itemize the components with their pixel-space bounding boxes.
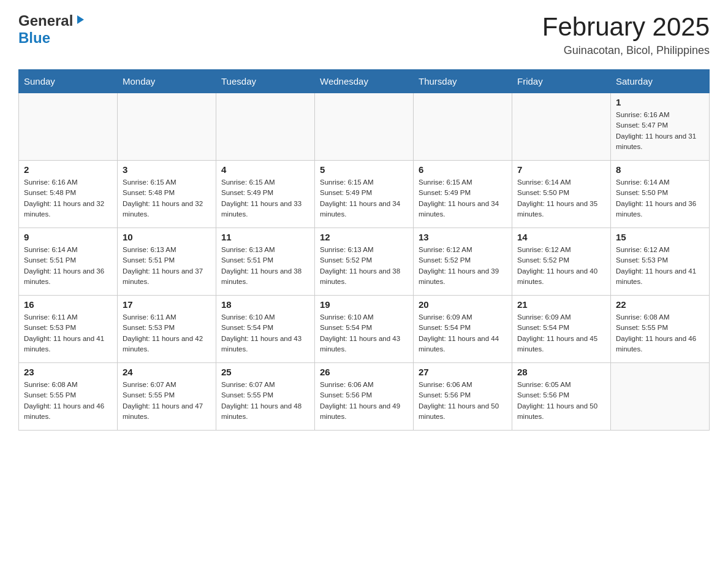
day-info: Sunrise: 6:06 AMSunset: 5:56 PMDaylight:… — [320, 380, 408, 422]
day-number: 8 — [616, 164, 704, 175]
day-number: 24 — [123, 367, 211, 377]
svg-marker-0 — [77, 15, 84, 24]
day-of-week-header: Wednesday — [315, 70, 414, 93]
day-info: Sunrise: 6:05 AMSunset: 5:56 PMDaylight:… — [517, 380, 605, 422]
day-of-week-header: Friday — [512, 70, 611, 93]
location-title: Guinacotan, Bicol, Philippines — [542, 44, 710, 57]
day-number: 25 — [221, 367, 309, 377]
calendar-cell: 3Sunrise: 6:15 AMSunset: 5:48 PMDaylight… — [118, 161, 216, 228]
day-header-row: SundayMondayTuesdayWednesdayThursdayFrid… — [19, 70, 710, 93]
calendar-cell: 21Sunrise: 6:09 AMSunset: 5:54 PMDayligh… — [512, 296, 611, 363]
calendar-cell: 7Sunrise: 6:14 AMSunset: 5:50 PMDaylight… — [512, 161, 611, 228]
day-info: Sunrise: 6:06 AMSunset: 5:56 PMDaylight:… — [419, 380, 507, 422]
logo-general-text: General — [18, 12, 73, 29]
calendar-cell: 15Sunrise: 6:12 AMSunset: 5:53 PMDayligh… — [611, 228, 710, 296]
day-info: Sunrise: 6:14 AMSunset: 5:50 PMDaylight:… — [517, 177, 605, 220]
calendar-cell — [315, 93, 414, 161]
day-number: 28 — [517, 367, 605, 377]
calendar-week-row: 1Sunrise: 6:16 AMSunset: 5:47 PMDaylight… — [19, 93, 710, 161]
day-number: 3 — [123, 164, 211, 175]
calendar-cell: 12Sunrise: 6:13 AMSunset: 5:52 PMDayligh… — [315, 228, 414, 296]
day-number: 13 — [419, 232, 507, 242]
calendar-week-row: 16Sunrise: 6:11 AMSunset: 5:53 PMDayligh… — [19, 296, 710, 363]
logo-blue-text: Blue — [18, 29, 50, 46]
day-info: Sunrise: 6:12 AMSunset: 5:52 PMDaylight:… — [517, 245, 605, 287]
day-info: Sunrise: 6:15 AMSunset: 5:48 PMDaylight:… — [123, 177, 211, 220]
calendar-cell: 19Sunrise: 6:10 AMSunset: 5:54 PMDayligh… — [315, 296, 414, 363]
day-info: Sunrise: 6:09 AMSunset: 5:54 PMDaylight:… — [517, 312, 605, 354]
day-info: Sunrise: 6:15 AMSunset: 5:49 PMDaylight:… — [419, 177, 507, 220]
day-info: Sunrise: 6:13 AMSunset: 5:51 PMDaylight:… — [123, 245, 211, 287]
day-number: 9 — [24, 232, 112, 242]
day-number: 27 — [419, 367, 507, 377]
title-section: February 2025 Guinacotan, Bicol, Philipp… — [542, 12, 710, 57]
day-info: Sunrise: 6:10 AMSunset: 5:54 PMDaylight:… — [320, 312, 408, 354]
day-number: 6 — [419, 164, 507, 175]
day-number: 22 — [616, 299, 704, 310]
day-info: Sunrise: 6:07 AMSunset: 5:55 PMDaylight:… — [221, 380, 309, 422]
calendar-cell: 25Sunrise: 6:07 AMSunset: 5:55 PMDayligh… — [216, 363, 315, 431]
day-number: 26 — [320, 367, 408, 377]
day-number: 10 — [123, 232, 211, 242]
calendar-cell: 27Sunrise: 6:06 AMSunset: 5:56 PMDayligh… — [414, 363, 512, 431]
day-info: Sunrise: 6:16 AMSunset: 5:48 PMDaylight:… — [24, 177, 112, 220]
day-of-week-header: Sunday — [19, 70, 118, 93]
day-number: 16 — [24, 299, 112, 310]
day-number: 7 — [517, 164, 605, 175]
calendar-cell: 2Sunrise: 6:16 AMSunset: 5:48 PMDaylight… — [19, 161, 118, 228]
logo: General Blue — [18, 12, 85, 47]
day-number: 19 — [320, 299, 408, 310]
day-number: 4 — [221, 164, 309, 175]
day-number: 2 — [24, 164, 112, 175]
calendar-cell: 22Sunrise: 6:08 AMSunset: 5:55 PMDayligh… — [611, 296, 710, 363]
calendar-cell: 26Sunrise: 6:06 AMSunset: 5:56 PMDayligh… — [315, 363, 414, 431]
day-info: Sunrise: 6:14 AMSunset: 5:50 PMDaylight:… — [616, 177, 704, 220]
day-number: 14 — [517, 232, 605, 242]
calendar-cell: 4Sunrise: 6:15 AMSunset: 5:49 PMDaylight… — [216, 161, 315, 228]
day-of-week-header: Tuesday — [216, 70, 315, 93]
calendar-week-row: 9Sunrise: 6:14 AMSunset: 5:51 PMDaylight… — [19, 228, 710, 296]
page-header: General Blue February 2025 Guinacotan, B… — [18, 12, 710, 57]
day-number: 21 — [517, 299, 605, 310]
calendar-cell: 20Sunrise: 6:09 AMSunset: 5:54 PMDayligh… — [414, 296, 512, 363]
calendar-cell: 14Sunrise: 6:12 AMSunset: 5:52 PMDayligh… — [512, 228, 611, 296]
day-number: 15 — [616, 232, 704, 242]
calendar-cell — [611, 363, 710, 431]
day-info: Sunrise: 6:11 AMSunset: 5:53 PMDaylight:… — [24, 312, 112, 354]
day-info: Sunrise: 6:12 AMSunset: 5:52 PMDaylight:… — [419, 245, 507, 287]
calendar-week-row: 2Sunrise: 6:16 AMSunset: 5:48 PMDaylight… — [19, 161, 710, 228]
day-info: Sunrise: 6:13 AMSunset: 5:51 PMDaylight:… — [221, 245, 309, 287]
day-number: 12 — [320, 232, 408, 242]
day-number: 23 — [24, 367, 112, 377]
day-info: Sunrise: 6:07 AMSunset: 5:55 PMDaylight:… — [123, 380, 211, 422]
day-number: 1 — [616, 97, 704, 107]
calendar-cell: 10Sunrise: 6:13 AMSunset: 5:51 PMDayligh… — [118, 228, 216, 296]
day-of-week-header: Thursday — [414, 70, 512, 93]
logo-arrow-icon — [74, 14, 85, 28]
calendar-cell — [414, 93, 512, 161]
day-number: 20 — [419, 299, 507, 310]
calendar-cell: 17Sunrise: 6:11 AMSunset: 5:53 PMDayligh… — [118, 296, 216, 363]
day-info: Sunrise: 6:10 AMSunset: 5:54 PMDaylight:… — [221, 312, 309, 354]
day-number: 11 — [221, 232, 309, 242]
day-info: Sunrise: 6:08 AMSunset: 5:55 PMDaylight:… — [616, 312, 704, 354]
calendar-cell: 24Sunrise: 6:07 AMSunset: 5:55 PMDayligh… — [118, 363, 216, 431]
day-of-week-header: Monday — [118, 70, 216, 93]
calendar-cell: 5Sunrise: 6:15 AMSunset: 5:49 PMDaylight… — [315, 161, 414, 228]
month-title: February 2025 — [542, 12, 710, 42]
calendar-cell: 6Sunrise: 6:15 AMSunset: 5:49 PMDaylight… — [414, 161, 512, 228]
calendar-cell: 18Sunrise: 6:10 AMSunset: 5:54 PMDayligh… — [216, 296, 315, 363]
day-number: 18 — [221, 299, 309, 310]
day-info: Sunrise: 6:16 AMSunset: 5:47 PMDaylight:… — [616, 110, 704, 152]
calendar-cell — [118, 93, 216, 161]
day-number: 5 — [320, 164, 408, 175]
calendar-table: SundayMondayTuesdayWednesdayThursdayFrid… — [18, 69, 710, 431]
day-info: Sunrise: 6:15 AMSunset: 5:49 PMDaylight:… — [221, 177, 309, 220]
day-info: Sunrise: 6:13 AMSunset: 5:52 PMDaylight:… — [320, 245, 408, 287]
day-info: Sunrise: 6:08 AMSunset: 5:55 PMDaylight:… — [24, 380, 112, 422]
calendar-cell: 8Sunrise: 6:14 AMSunset: 5:50 PMDaylight… — [611, 161, 710, 228]
calendar-cell — [19, 93, 118, 161]
calendar-cell: 16Sunrise: 6:11 AMSunset: 5:53 PMDayligh… — [19, 296, 118, 363]
day-info: Sunrise: 6:12 AMSunset: 5:53 PMDaylight:… — [616, 245, 704, 287]
day-info: Sunrise: 6:14 AMSunset: 5:51 PMDaylight:… — [24, 245, 112, 287]
